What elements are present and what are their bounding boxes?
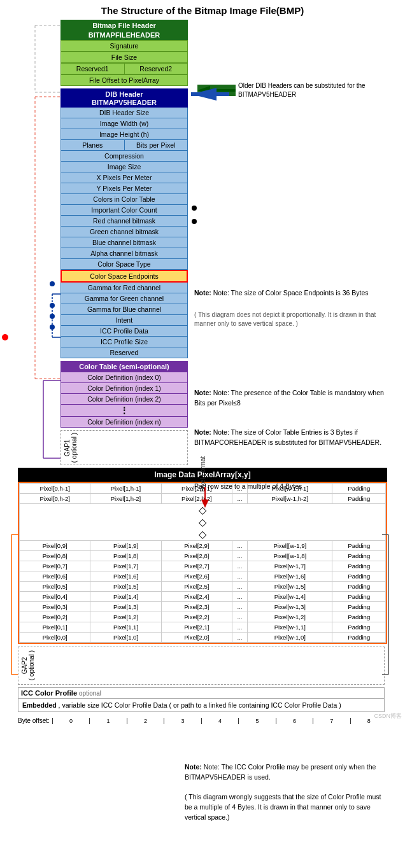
diagram-note-text: ( This diagram does not depict it propor…: [194, 311, 376, 327]
color-table-note: Note: Note: The presence of the Color Ta…: [194, 388, 385, 409]
table-row: Pixel[0,0] Pixel[1,0] Pixel[2,0] ... Pix…: [20, 633, 386, 643]
gamma-green-row: Gamma for Green channel: [60, 293, 188, 304]
table-row: Pixel[0,9] Pixel[1,9] Pixel[2,9] ... Pix…: [20, 541, 386, 551]
svg-marker-0: [197, 86, 210, 95]
gamma-blue-row: Gamma for Blue channel: [60, 304, 188, 315]
planes-cell: Planes: [61, 140, 125, 150]
blue-bitmask-row: Blue channel bitmask: [60, 237, 188, 248]
dib-header-subtitle: BITMAPV5HEADER: [60, 99, 188, 108]
icc-content-text: , variable size ICC Color Profile Data (…: [59, 701, 341, 709]
planes-bpp-row: Planes Bits per Pixel: [60, 140, 188, 151]
table-row: Pixel[0,6] Pixel[1,6] Pixel[2,6] ... Pix…: [20, 571, 386, 582]
color-def-0-row: Color Definition (index 0): [60, 372, 188, 383]
image-data-title: Image Data PixelArray[x,y]: [18, 468, 387, 482]
icc-profile-section: ICC Color Profile optional Embedded , va…: [18, 687, 385, 712]
color-table-note-text: Note: The presence of the Color Table is…: [194, 389, 384, 407]
icc-note2-text: ( This diagram wrongly suggests that the…: [185, 793, 381, 821]
red-bitmask-row: Red channel bitmask: [60, 216, 188, 227]
y-pixels-row: Y Pixels Per Meter: [60, 183, 188, 194]
dib-size-row: DIB Header Size: [60, 108, 188, 118]
signature-row: Signature: [60, 40, 188, 52]
colors-color-table-row: Colors in Color Table: [60, 194, 188, 205]
icc-profile-data-row: ICC Profile Data: [60, 326, 188, 337]
reserved1-cell: Reserved1: [61, 64, 125, 74]
color-def-1-row: Color Definition (index 1): [60, 383, 188, 394]
gamma-red-indicator: [50, 303, 55, 308]
icc-note-text: Note: The ICC Color Profile may be prese…: [185, 763, 376, 781]
green-bitmask-row: Green channel bitmask: [60, 227, 188, 237]
color-table-section: Color Table (semi-optional) Color Defini…: [60, 361, 188, 428]
icc-optional-label: optional: [79, 690, 101, 697]
table-row: Pixel[0,7] Pixel[1,7] Pixel[2,7] ... Pix…: [20, 561, 386, 571]
intent-row: Intent: [60, 315, 188, 326]
dib-note: Older DIB Headers can be substituted for…: [197, 81, 369, 99]
gap2-box: GAP2( optional ): [18, 647, 385, 685]
color-def-2-row: Color Definition (index 2): [60, 394, 188, 405]
color-space-note-text: Note: The size of Color Space Endpoints …: [213, 289, 369, 297]
table-row-dots: ◇◇◇: [20, 504, 386, 541]
important-color-dot: [192, 219, 197, 224]
gap1-label: GAP1( optional ): [61, 431, 80, 464]
color-def-n-row: Color Definition (index n): [60, 417, 188, 428]
file-offset-row: File Offset to PixelArray: [60, 74, 188, 86]
table-row: Pixel[0,3] Pixel[1,3] Pixel[2,3] ... Pix…: [20, 602, 386, 612]
pad-row-note: Pad row size to a multiple of 4 Bytes: [194, 482, 379, 490]
table-row: Pixel[0,1] Pixel[1,1] Pixel[2,1] ... Pix…: [20, 622, 386, 633]
file-header-section: Bitmap File Header BITMAPFILEHEADER Sign…: [60, 20, 188, 86]
reserved2-cell: Reserved2: [125, 64, 188, 74]
image-data-section: Image Data PixelArray[x,y] Pixel[0,h-1] …: [18, 468, 387, 644]
diagram-container: The Structure of the Bitmap Image File(B…: [0, 0, 405, 727]
table-row: Pixel[0,5] Pixel[1,5] Pixel[2,5] ... Pix…: [20, 582, 386, 592]
color-def-dots: ⋮: [60, 405, 188, 417]
colors-dot: [192, 206, 197, 211]
icc-title-row: ICC Color Profile optional: [18, 688, 384, 699]
alpha-bitmask-row: Alpha channel bitmask: [60, 248, 188, 259]
gap1-box: GAP1( optional ): [60, 430, 188, 465]
gamma-red-row: Gamma for Red channel: [60, 283, 188, 293]
image-height-row: Image Height (h): [60, 129, 188, 140]
x-pixels-row: X Pixels Per Meter: [60, 172, 188, 183]
red-dot-left: [2, 334, 8, 340]
svg-rect-1: [210, 89, 236, 92]
arrow-icon: [197, 85, 236, 96]
byte-offset-label: Byte offset:: [18, 717, 50, 724]
page-title: The Structure of the Bitmap Image File(B…: [0, 0, 405, 20]
watermark-label: CSDN博客: [374, 712, 402, 720]
byte-offset-ticks: 0 1 2 3 4 5 6 7 8: [52, 718, 387, 724]
color-table-size-note: Note: Note: The size of Color Table Entr…: [194, 428, 385, 448]
gamma-blue-indicator: [50, 325, 55, 330]
reserved-dib-row: Reserved: [60, 347, 188, 358]
icc-title-label: ICC Color Profile: [21, 689, 77, 697]
gap2-label: GAP2( optional ): [18, 649, 38, 682]
compression-row: Compression: [60, 151, 188, 162]
byte-offset-bar: Byte offset: 0 1 2 3 4 5 6 7 8: [18, 715, 387, 727]
icc-content: Embedded , variable size ICC Color Profi…: [18, 699, 384, 711]
color-table-title: Color Table (semi-optional): [60, 361, 188, 372]
icc-note: Note: Note: The ICC Color Profile may be…: [185, 762, 382, 823]
color-space-note-label: Note:: [194, 289, 211, 297]
table-row: Pixel[0,8] Pixel[1,8] Pixel[2,8] ... Pix…: [20, 551, 386, 561]
diagram-note: ( This diagram does not depict it propor…: [194, 311, 385, 328]
color-space-type-row: Color Space Type: [60, 259, 188, 270]
file-header-subtitle: BITMAPFILEHEADER: [60, 31, 188, 40]
bpp-cell: Bits per Pixel: [125, 140, 188, 150]
table-row: Pixel[0,2] Pixel[1,2] Pixel[2,2] ... Pix…: [20, 612, 386, 622]
pad-row-note-text: Pad row size to a multiple of 4 Bytes: [194, 482, 302, 490]
reserved-row: Reserved1 Reserved2: [60, 63, 188, 74]
gamma-green-indicator: [50, 314, 55, 319]
color-table-size-note-text: Note: The size of Color Table Entries is…: [194, 428, 381, 446]
dib-header-section: DIB Header BITMAPV5HEADER DIB Header Siz…: [60, 88, 188, 358]
important-color-row: Important Color Count: [60, 205, 188, 216]
icc-profile-size-row: ICC Profile Size: [60, 337, 188, 347]
dib-note-text: Older DIB Headers can be substituted for…: [238, 81, 369, 99]
table-row: Pixel[0,4] Pixel[1,4] Pixel[2,4] ... Pix…: [20, 592, 386, 602]
pixel-table: Pixel[0,h-1] Pixel[1,h-1] Pixel[2,h-1] .…: [19, 483, 386, 643]
icc-embedded-label: Embedded: [22, 701, 57, 709]
image-size-row: Image Size: [60, 162, 188, 172]
color-space-endpoints-row: Color Space Endpoints: [60, 270, 188, 283]
color-space-note: Note: Note: The size of Color Space Endp…: [194, 288, 385, 298]
image-width-row: Image Width (w): [60, 118, 188, 129]
table-row: Pixel[0,h-2] Pixel[1,h-2] Pixel[2,h-2] .…: [20, 494, 386, 504]
file-size-row: File Size: [60, 52, 188, 63]
file-header-title: Bitmap File Header: [60, 20, 188, 31]
